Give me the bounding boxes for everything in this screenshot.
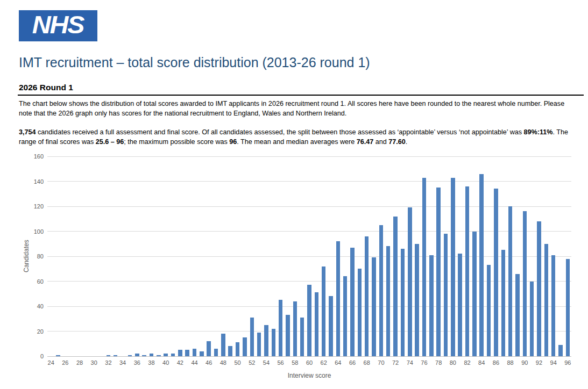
bar-score-96 xyxy=(566,259,570,356)
x-tick-label-48: 48 xyxy=(220,356,226,366)
bar-score-52 xyxy=(250,318,254,356)
bar-score-94 xyxy=(551,255,555,356)
bar-score-90 xyxy=(523,211,527,356)
y-tick-label-0: 0 xyxy=(40,353,47,359)
y-tick-label-20: 20 xyxy=(37,328,47,335)
bar-score-47 xyxy=(214,349,218,356)
text-segment: The chart below shows the distribution o… xyxy=(19,100,564,117)
x-tick-label-84: 84 xyxy=(478,356,485,366)
x-tick-label-76: 76 xyxy=(421,356,427,366)
x-tick-label-38: 38 xyxy=(148,356,154,366)
bar-score-84 xyxy=(479,174,483,356)
bar-score-67 xyxy=(358,269,362,356)
bar-score-41 xyxy=(171,354,175,356)
bar-score-86 xyxy=(494,189,498,356)
bar-score-61 xyxy=(315,292,318,356)
bar-score-59 xyxy=(300,318,304,356)
nhs-logo-text: NHS xyxy=(32,12,84,39)
bar-score-37 xyxy=(142,355,146,356)
heading-rule xyxy=(18,95,584,96)
x-tick-label-50: 50 xyxy=(234,356,240,366)
text-segment: . xyxy=(406,138,408,146)
text-segment: ; the maximum possible score was xyxy=(124,138,229,146)
x-axis-title: Interview score xyxy=(47,372,571,379)
x-tick-label-26: 26 xyxy=(62,356,68,366)
x-tick-label-54: 54 xyxy=(263,356,270,366)
bar-score-53 xyxy=(257,333,261,356)
bar-score-74 xyxy=(408,207,412,356)
text-segment: 89%:11% xyxy=(524,128,553,136)
bar-score-75 xyxy=(415,244,419,356)
x-tick-label-60: 60 xyxy=(306,356,313,366)
bar-score-57 xyxy=(286,315,289,356)
text-segment: and xyxy=(373,138,388,146)
x-tick-label-24: 24 xyxy=(48,356,54,366)
x-tick-label-58: 58 xyxy=(292,356,298,366)
bar-score-79 xyxy=(444,234,448,356)
text-segment: 77.60 xyxy=(388,138,406,146)
x-tick-label-72: 72 xyxy=(392,356,399,366)
x-tick-label-66: 66 xyxy=(349,356,356,366)
bar-score-46 xyxy=(207,341,210,356)
bar-score-88 xyxy=(508,206,512,356)
bar-score-35 xyxy=(128,355,132,356)
x-tick-label-94: 94 xyxy=(550,356,557,366)
text-segment: 3,754 xyxy=(19,128,36,136)
bar-score-68 xyxy=(365,236,369,356)
bar-score-60 xyxy=(307,285,311,356)
bar-score-54 xyxy=(264,325,268,356)
paragraph-stats: 3,754 candidates received a full assessm… xyxy=(19,127,574,147)
bar-score-87 xyxy=(501,250,505,356)
x-tick-label-92: 92 xyxy=(536,356,542,366)
gridline-60 xyxy=(47,281,571,282)
text-segment: 76.47 xyxy=(357,138,374,146)
x-tick-label-42: 42 xyxy=(177,356,183,366)
x-tick-label-34: 34 xyxy=(119,356,126,366)
report-page: NHS IMT recruitment – total score distri… xyxy=(0,0,588,389)
gridline-100 xyxy=(47,231,571,232)
bar-score-25 xyxy=(56,355,60,356)
bar-score-44 xyxy=(193,349,196,356)
bar-score-48 xyxy=(221,334,225,356)
gridline-140 xyxy=(47,181,571,182)
bar-score-55 xyxy=(272,329,275,356)
bar-score-66 xyxy=(350,248,354,356)
bar-score-43 xyxy=(185,350,189,356)
bar-score-62 xyxy=(322,266,325,356)
bar-score-45 xyxy=(200,351,203,356)
bar-score-73 xyxy=(401,249,405,356)
bar-score-77 xyxy=(429,255,433,356)
bar-score-78 xyxy=(436,188,440,356)
x-tick-label-44: 44 xyxy=(191,356,197,366)
bar-score-33 xyxy=(114,355,117,356)
y-axis-title: Candidates xyxy=(23,156,30,356)
bar-score-72 xyxy=(393,217,397,356)
gridline-160 xyxy=(47,156,571,157)
gridline-80 xyxy=(47,256,571,257)
x-tick-label-28: 28 xyxy=(76,356,83,366)
x-tick-label-82: 82 xyxy=(464,356,470,366)
x-tick-label-86: 86 xyxy=(493,356,499,366)
x-tick-label-74: 74 xyxy=(407,356,413,366)
bar-score-42 xyxy=(178,350,182,356)
x-tick-label-78: 78 xyxy=(435,356,442,366)
text-segment: . The mean and median averages were xyxy=(237,138,356,146)
x-tick-label-90: 90 xyxy=(521,356,528,366)
bar-score-71 xyxy=(386,246,390,356)
bar-score-56 xyxy=(279,300,282,356)
bar-score-85 xyxy=(487,265,491,356)
bar-score-49 xyxy=(228,346,232,356)
text-segment: 25.6 – 96 xyxy=(96,138,124,146)
x-tick-label-68: 68 xyxy=(364,356,370,366)
bar-score-39 xyxy=(157,355,160,356)
x-tick-label-88: 88 xyxy=(507,356,513,366)
x-tick-label-30: 30 xyxy=(91,356,97,366)
text-segment: candidates received a full assessment an… xyxy=(36,128,524,136)
y-tick-label-40: 40 xyxy=(37,303,47,309)
page-title: IMT recruitment – total score distributi… xyxy=(19,55,370,70)
x-tick-label-80: 80 xyxy=(450,356,456,366)
paragraph-intro: The chart below shows the distribution o… xyxy=(19,99,574,118)
y-tick-label-120: 120 xyxy=(34,203,47,210)
x-tick-label-32: 32 xyxy=(105,356,111,366)
x-tick-label-70: 70 xyxy=(378,356,384,366)
